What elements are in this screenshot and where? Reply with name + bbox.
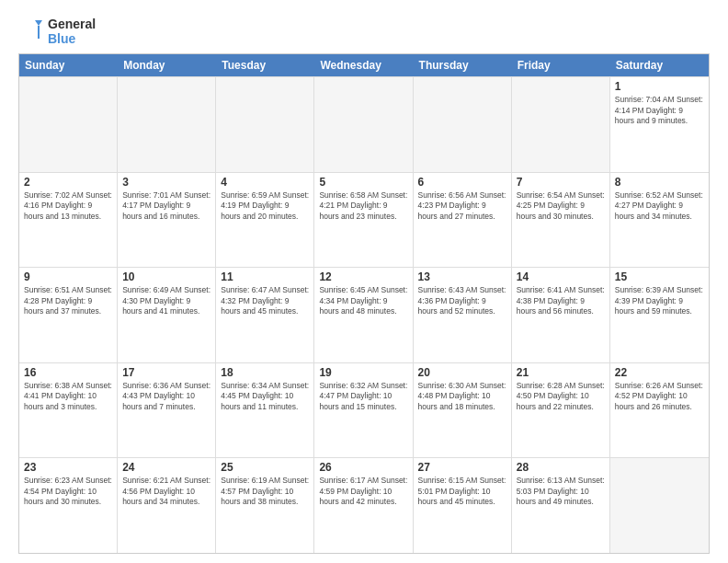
calendar-cell — [512, 77, 610, 172]
calendar-row: 23Sunrise: 6:23 AM Sunset: 4:54 PM Dayli… — [19, 457, 709, 553]
day-info: Sunrise: 6:13 AM Sunset: 5:03 PM Dayligh… — [517, 476, 605, 507]
day-number: 27 — [418, 461, 506, 474]
logo-line1: General — [48, 17, 96, 31]
day-number: 6 — [418, 176, 506, 189]
day-number: 5 — [319, 176, 407, 189]
day-number: 4 — [221, 176, 309, 189]
day-info: Sunrise: 6:47 AM Sunset: 4:32 PM Dayligh… — [221, 285, 309, 316]
calendar-cell: 22Sunrise: 6:26 AM Sunset: 4:52 PM Dayli… — [610, 363, 709, 458]
calendar-cell: 18Sunrise: 6:34 AM Sunset: 4:45 PM Dayli… — [216, 363, 314, 458]
day-number: 10 — [122, 270, 210, 283]
day-info: Sunrise: 7:01 AM Sunset: 4:17 PM Dayligh… — [122, 190, 210, 222]
calendar-cell: 20Sunrise: 6:30 AM Sunset: 4:48 PM Dayli… — [414, 363, 512, 458]
day-number: 7 — [517, 176, 605, 189]
day-info: Sunrise: 6:26 AM Sunset: 4:52 PM Dayligh… — [615, 381, 704, 412]
calendar-row: 1Sunrise: 7:04 AM Sunset: 4:14 PM Daylig… — [19, 76, 709, 172]
logo-svg — [18, 18, 44, 44]
calendar-cell: 4Sunrise: 6:59 AM Sunset: 4:19 PM Daylig… — [216, 173, 314, 268]
day-info: Sunrise: 6:32 AM Sunset: 4:47 PM Dayligh… — [319, 381, 407, 412]
day-number: 3 — [122, 176, 210, 189]
day-number: 20 — [418, 366, 506, 379]
calendar-cell: 8Sunrise: 6:52 AM Sunset: 4:27 PM Daylig… — [610, 173, 709, 268]
calendar-header-cell: Friday — [512, 54, 610, 76]
day-info: Sunrise: 6:59 AM Sunset: 4:19 PM Dayligh… — [221, 190, 309, 222]
calendar-cell: 3Sunrise: 7:01 AM Sunset: 4:17 PM Daylig… — [118, 173, 216, 268]
calendar: SundayMondayTuesdayWednesdayThursdayFrid… — [18, 53, 710, 554]
calendar-cell: 13Sunrise: 6:43 AM Sunset: 4:36 PM Dayli… — [414, 268, 512, 362]
day-number: 26 — [319, 461, 407, 474]
page-header: General Blue — [18, 17, 710, 46]
day-info: Sunrise: 7:04 AM Sunset: 4:14 PM Dayligh… — [615, 95, 704, 126]
calendar-cell: 23Sunrise: 6:23 AM Sunset: 4:54 PM Dayli… — [19, 458, 118, 553]
calendar-cell: 7Sunrise: 6:54 AM Sunset: 4:25 PM Daylig… — [512, 173, 610, 268]
day-info: Sunrise: 6:51 AM Sunset: 4:28 PM Dayligh… — [24, 285, 112, 316]
day-number: 22 — [615, 366, 704, 379]
calendar-cell: 10Sunrise: 6:49 AM Sunset: 4:30 PM Dayli… — [118, 268, 216, 362]
day-info: Sunrise: 6:28 AM Sunset: 4:50 PM Dayligh… — [517, 381, 605, 412]
calendar-header-cell: Tuesday — [216, 54, 314, 76]
day-number: 14 — [517, 270, 605, 283]
calendar-body: 1Sunrise: 7:04 AM Sunset: 4:14 PM Daylig… — [19, 76, 709, 553]
day-info: Sunrise: 6:34 AM Sunset: 4:45 PM Dayligh… — [221, 381, 309, 412]
calendar-header-cell: Monday — [118, 54, 216, 76]
day-info: Sunrise: 6:56 AM Sunset: 4:23 PM Dayligh… — [418, 190, 506, 222]
calendar-cell: 1Sunrise: 7:04 AM Sunset: 4:14 PM Daylig… — [610, 77, 709, 172]
day-info: Sunrise: 7:02 AM Sunset: 4:16 PM Dayligh… — [24, 190, 112, 222]
day-info: Sunrise: 6:38 AM Sunset: 4:41 PM Dayligh… — [24, 381, 112, 412]
day-info: Sunrise: 6:54 AM Sunset: 4:25 PM Dayligh… — [517, 190, 605, 222]
day-number: 12 — [319, 270, 407, 283]
calendar-cell: 14Sunrise: 6:41 AM Sunset: 4:38 PM Dayli… — [512, 268, 610, 362]
day-number: 19 — [319, 366, 407, 379]
calendar-header: SundayMondayTuesdayWednesdayThursdayFrid… — [19, 54, 709, 76]
calendar-header-cell: Saturday — [610, 54, 709, 76]
day-number: 16 — [24, 366, 112, 379]
day-info: Sunrise: 6:49 AM Sunset: 4:30 PM Dayligh… — [122, 285, 210, 316]
calendar-cell: 17Sunrise: 6:36 AM Sunset: 4:43 PM Dayli… — [118, 363, 216, 458]
calendar-cell: 2Sunrise: 7:02 AM Sunset: 4:16 PM Daylig… — [19, 173, 118, 268]
day-number: 21 — [517, 366, 605, 379]
calendar-cell — [314, 77, 413, 172]
day-number: 28 — [517, 461, 605, 474]
day-number: 25 — [221, 461, 309, 474]
calendar-cell: 25Sunrise: 6:19 AM Sunset: 4:57 PM Dayli… — [216, 458, 314, 553]
day-number: 15 — [615, 270, 704, 283]
calendar-cell: 6Sunrise: 6:56 AM Sunset: 4:23 PM Daylig… — [414, 173, 512, 268]
calendar-row: 2Sunrise: 7:02 AM Sunset: 4:16 PM Daylig… — [19, 172, 709, 268]
day-info: Sunrise: 6:23 AM Sunset: 4:54 PM Dayligh… — [24, 476, 112, 507]
day-number: 1 — [615, 80, 704, 93]
day-number: 2 — [24, 176, 112, 189]
day-number: 18 — [221, 366, 309, 379]
calendar-header-cell: Wednesday — [314, 54, 413, 76]
logo: General Blue — [18, 17, 96, 46]
day-info: Sunrise: 6:15 AM Sunset: 5:01 PM Dayligh… — [418, 476, 506, 507]
calendar-cell: 5Sunrise: 6:58 AM Sunset: 4:21 PM Daylig… — [314, 173, 413, 268]
calendar-cell: 26Sunrise: 6:17 AM Sunset: 4:59 PM Dayli… — [314, 458, 413, 553]
day-info: Sunrise: 6:58 AM Sunset: 4:21 PM Dayligh… — [319, 190, 407, 222]
calendar-row: 16Sunrise: 6:38 AM Sunset: 4:41 PM Dayli… — [19, 362, 709, 458]
calendar-header-cell: Sunday — [19, 54, 118, 76]
day-number: 23 — [24, 461, 112, 474]
calendar-header-cell: Thursday — [414, 54, 512, 76]
calendar-cell: 9Sunrise: 6:51 AM Sunset: 4:28 PM Daylig… — [19, 268, 118, 362]
day-info: Sunrise: 6:43 AM Sunset: 4:36 PM Dayligh… — [418, 285, 506, 316]
calendar-cell — [610, 458, 709, 553]
calendar-cell: 19Sunrise: 6:32 AM Sunset: 4:47 PM Dayli… — [314, 363, 413, 458]
day-info: Sunrise: 6:30 AM Sunset: 4:48 PM Dayligh… — [418, 381, 506, 412]
calendar-cell — [414, 77, 512, 172]
day-info: Sunrise: 6:45 AM Sunset: 4:34 PM Dayligh… — [319, 285, 407, 316]
calendar-cell: 12Sunrise: 6:45 AM Sunset: 4:34 PM Dayli… — [314, 268, 413, 362]
calendar-cell — [118, 77, 216, 172]
day-number: 17 — [122, 366, 210, 379]
day-number: 24 — [122, 461, 210, 474]
logo-line2: Blue — [48, 31, 96, 46]
day-info: Sunrise: 6:39 AM Sunset: 4:39 PM Dayligh… — [615, 285, 704, 316]
day-info: Sunrise: 6:21 AM Sunset: 4:56 PM Dayligh… — [122, 476, 210, 507]
calendar-cell: 24Sunrise: 6:21 AM Sunset: 4:56 PM Dayli… — [118, 458, 216, 553]
calendar-row: 9Sunrise: 6:51 AM Sunset: 4:28 PM Daylig… — [19, 267, 709, 362]
day-info: Sunrise: 6:52 AM Sunset: 4:27 PM Dayligh… — [615, 190, 704, 222]
day-number: 8 — [615, 176, 704, 189]
calendar-cell — [19, 77, 118, 172]
day-number: 13 — [418, 270, 506, 283]
day-info: Sunrise: 6:41 AM Sunset: 4:38 PM Dayligh… — [517, 285, 605, 316]
day-number: 11 — [221, 270, 309, 283]
